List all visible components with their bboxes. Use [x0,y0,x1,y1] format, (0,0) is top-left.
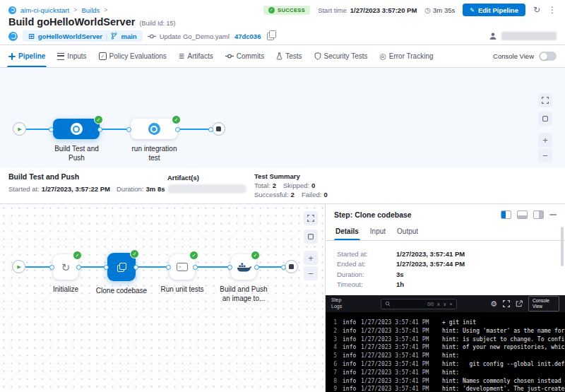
harness-ci-icon [8,32,18,41]
canvas-zoom-out-button[interactable]: − [538,148,552,162]
log-line: 6 info 1/27/2023 3:57:41 PM hint: git co… [330,360,565,369]
redacted-artifact [167,184,246,194]
edit-pipeline-button[interactable]: ✎ Edit Pipeline [463,4,525,16]
breadcrumb-project[interactable]: aim-ci-quickstart [20,6,69,14]
tab-policy-evaluations[interactable]: ✓ Policy Evaluations [99,45,167,67]
tab-details[interactable]: Details [335,222,359,240]
tab-input[interactable]: Input [370,222,386,240]
search-prev-icon[interactable]: ∧ [436,302,440,307]
canvas-fullscreen-button[interactable] [304,211,318,225]
step-label[interactable]: Run unit tests [147,285,218,294]
elapsed-time: ◷ 3m 35s [424,6,455,14]
log-level: info [343,360,359,369]
artifacts-icon: ≣ [179,52,185,60]
policy-check-icon: ✓ [99,52,107,60]
log-level: info [343,343,359,352]
copy-icon[interactable] [267,32,274,40]
canvas-zoom-in-button[interactable]: + [538,133,552,147]
total-value: 2 [273,182,276,189]
minimize-panel-icon[interactable] [549,214,557,215]
step-details-panel: Step: Clone codebase Details Input Outpu… [325,204,565,392]
stage-label[interactable]: Build Test and Push [47,144,107,162]
fullscreen-icon [307,215,314,222]
log-timestamp: 1/27/2023 3:57:41 PM [361,319,433,327]
stage-node-build-test-and-push[interactable]: ✓ [53,119,100,139]
log-timestamp: 1/27/2023 3:57:41 PM [361,343,433,352]
layout-left-split-icon[interactable] [501,210,511,219]
step-node-build-and-push[interactable]: ✓ [231,254,256,280]
canvas-zoom-out-button[interactable]: − [304,266,318,280]
step-label[interactable]: Build and Push an image to... [208,285,279,303]
tab-pipeline[interactable]: Pipeline [8,45,45,67]
panel-scrollbar[interactable] [561,227,564,266]
log-line: 1 info 1/27/2023 3:57:41 PM + git init [330,319,565,327]
redacted-user-name [501,32,557,40]
detail-label: Started at: [337,250,396,258]
tab-error-tracking[interactable]: ◎ Error Tracking [380,45,434,67]
artifacts-label: Artifact(s) [167,174,199,182]
tab-security-tests[interactable]: Security Tests [314,45,368,67]
step-node-clone-codebase[interactable]: ✓ [107,253,136,281]
stage-node-run-integration-test[interactable]: ✓ [131,119,177,139]
step-logs-label: Step Logs [331,297,347,310]
log-settings-gear-icon[interactable]: ⚙ [490,300,497,308]
stage-graph-canvas[interactable]: ▶ ✓ ✓ Build Test and Push run integratio… [0,68,565,168]
layout-bottom-split-icon[interactable] [517,210,528,219]
detail-value: 1/27/2023, 3:57:41 PM [396,250,465,258]
start-time-label: Start time [318,6,347,14]
step-label[interactable]: Clone codebase [86,286,157,295]
tab-output[interactable]: Output [397,222,418,240]
log-line-number: 5 [330,352,337,360]
console-view-button[interactable]: Console View [528,296,559,311]
step-link [195,266,231,268]
step-node-run-unit-tests[interactable]: >_ ✓ [170,254,195,280]
link-dot [281,265,286,270]
log-output[interactable]: 1 info 1/27/2023 3:57:41 PM + git init 2… [326,312,565,392]
search-match-counter: 0/0 [427,302,434,307]
more-menu-icon[interactable]: ⋮ [548,6,557,14]
error-tracking-icon: ◎ [380,52,386,60]
log-timestamp: 1/27/2023 3:57:41 PM [361,385,433,392]
start-time-value: 1/27/2023 3:57:20 PM [350,6,417,14]
repo-branch-pill[interactable]: ⊞ goHelloWorldServer | main [23,30,143,42]
stage-label[interactable]: run integration test [124,144,184,162]
execution-end-node [285,260,298,273]
fit-view-icon [542,115,549,122]
link-dot [254,265,259,270]
play-icon: ▶ [17,264,20,270]
canvas-fit-button[interactable] [538,112,552,126]
breadcrumb-builds[interactable]: Builds [81,6,100,14]
tab-inputs[interactable]: Inputs [57,45,86,67]
step-node-initialize[interactable]: ↻ ✓ [53,254,78,280]
tests-flask-icon [276,52,282,60]
tab-tests[interactable]: Tests [276,45,302,67]
console-view-toggle[interactable] [539,52,557,61]
log-level: info [343,327,359,335]
log-line-number: 9 [330,385,337,392]
commit-hash-link[interactable]: 47dc036 [234,32,261,40]
tab-artifacts[interactable]: ≣ Artifacts [179,45,213,67]
log-search-input[interactable] [393,301,425,307]
refresh-icon[interactable]: ↻ [533,6,540,14]
log-message: hint: git config --global init.defaultBr [442,360,565,369]
search-next-icon[interactable]: ∨ [443,302,446,307]
log-level: info [343,369,359,377]
open-external-icon[interactable] [516,300,523,307]
link-dot [166,265,171,270]
link-dot [126,127,131,132]
success-check-icon: ✓ [94,115,103,124]
canvas-zoom-in-button[interactable]: + [304,251,318,265]
commits-icon [225,53,234,59]
tab-commits[interactable]: Commits [225,45,264,67]
detail-value: 3s [396,271,404,278]
log-line-number: 1 [330,319,337,327]
step-graph-canvas[interactable]: ▶ ↻ ✓ ✓ >_ ✓ ✓ Init [0,204,325,392]
build-id: (Build Id: 15) [139,20,175,27]
log-fullscreen-icon[interactable] [503,300,510,307]
layout-right-split-icon[interactable] [533,210,544,219]
step-label[interactable]: Initialize [37,285,94,294]
canvas-fit-button[interactable] [304,230,318,244]
log-search-box[interactable]: 0/0 ∧ ∨ × [381,299,457,309]
search-close-icon[interactable]: × [449,302,452,307]
canvas-fullscreen-button[interactable] [538,93,552,107]
